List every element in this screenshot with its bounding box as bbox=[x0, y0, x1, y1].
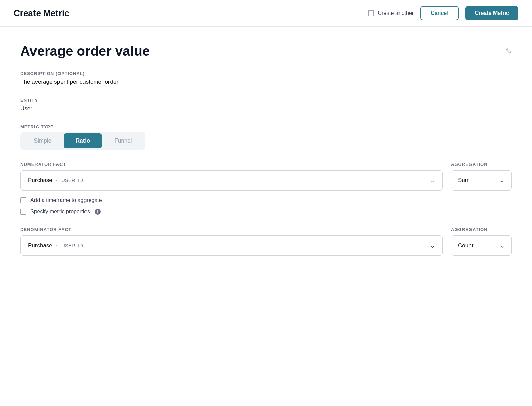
numerator-aggregation-chevron-icon: ⌄ bbox=[500, 177, 505, 184]
metric-type-label: METRIC TYPE bbox=[20, 124, 512, 129]
denominator-fact-value: Purchase bbox=[28, 242, 52, 249]
edit-icon[interactable]: ✎ bbox=[506, 47, 512, 56]
page-header: Create Metric Create another Cancel Crea… bbox=[0, 0, 532, 27]
numerator-fact-label: NUMERATOR FACT bbox=[20, 162, 443, 167]
metric-name: Average order value bbox=[20, 44, 150, 59]
numerator-fact-id: USER_ID bbox=[61, 177, 83, 183]
numerator-aggregation-wrapper: AGGREGATION Sum ⌄ bbox=[451, 162, 512, 191]
add-timeframe-label: Add a timeframe to aggregate bbox=[30, 197, 102, 203]
metric-name-row: Average order value ✎ bbox=[20, 44, 512, 59]
add-timeframe-item: Add a timeframe to aggregate bbox=[20, 197, 512, 203]
toggle-ratio[interactable]: Ratio bbox=[64, 133, 102, 148]
numerator-chevron-icon: ⌄ bbox=[430, 177, 435, 184]
denominator-aggregation-value: Count bbox=[458, 242, 473, 249]
numerator-fact-row: NUMERATOR FACT Purchase · USER_ID ⌄ AGGR… bbox=[20, 162, 512, 191]
denominator-fact-id: USER_ID bbox=[61, 243, 83, 248]
entity-label: ENTITY bbox=[20, 98, 512, 103]
description-label: DESCRIPTION (OPTIONAL) bbox=[20, 71, 512, 76]
toggle-funnel[interactable]: Funnel bbox=[102, 133, 144, 148]
numerator-aggregation-value: Sum bbox=[458, 177, 470, 184]
denominator-fact-wrapper: DENOMINATOR FACT Purchase · USER_ID ⌄ bbox=[20, 227, 443, 256]
denominator-aggregation-chevron-icon: ⌄ bbox=[500, 242, 505, 249]
create-another-label: Create another bbox=[378, 10, 414, 16]
specify-metric-label: Specify metric properties bbox=[30, 209, 90, 215]
info-icon[interactable]: i bbox=[95, 209, 101, 215]
denominator-aggregation-wrapper: AGGREGATION Count ⌄ bbox=[451, 227, 512, 256]
page-title: Create Metric bbox=[14, 8, 69, 19]
entity-value: User bbox=[20, 105, 512, 112]
specify-metric-checkbox[interactable] bbox=[20, 209, 26, 215]
metric-type-section: METRIC TYPE Simple Ratio Funnel bbox=[20, 124, 512, 150]
denominator-fact-label: DENOMINATOR FACT bbox=[20, 227, 443, 232]
toggle-simple[interactable]: Simple bbox=[22, 133, 64, 148]
numerator-fact-wrapper: NUMERATOR FACT Purchase · USER_ID ⌄ bbox=[20, 162, 443, 191]
metric-type-toggle: Simple Ratio Funnel bbox=[20, 132, 145, 150]
create-metric-button[interactable]: Create Metric bbox=[465, 6, 518, 20]
numerator-aggregation-dropdown[interactable]: Sum ⌄ bbox=[451, 170, 512, 191]
numerator-fact-value: Purchase bbox=[28, 177, 52, 183]
checkbox-section: Add a timeframe to aggregate Specify met… bbox=[20, 197, 512, 215]
specify-metric-item: Specify metric properties i bbox=[20, 209, 512, 215]
description-section: DESCRIPTION (OPTIONAL) The average spent… bbox=[20, 71, 512, 85]
numerator-fact-text: Purchase · USER_ID bbox=[28, 177, 83, 184]
denominator-fact-text: Purchase · USER_ID bbox=[28, 242, 83, 249]
numerator-fact-dropdown[interactable]: Purchase · USER_ID ⌄ bbox=[20, 170, 443, 191]
cancel-button[interactable]: Cancel bbox=[420, 6, 458, 20]
create-another-checkbox[interactable] bbox=[368, 10, 374, 16]
description-value: The average spent per customer order bbox=[20, 79, 512, 85]
denominator-fact-dropdown[interactable]: Purchase · USER_ID ⌄ bbox=[20, 235, 443, 256]
denominator-chevron-icon: ⌄ bbox=[430, 242, 435, 249]
create-another-wrapper: Create another bbox=[368, 10, 414, 16]
main-content: Average order value ✎ DESCRIPTION (OPTIO… bbox=[0, 27, 532, 283]
numerator-aggregation-label: AGGREGATION bbox=[451, 162, 512, 167]
denominator-fact-row: DENOMINATOR FACT Purchase · USER_ID ⌄ AG… bbox=[20, 227, 512, 256]
entity-section: ENTITY User bbox=[20, 98, 512, 112]
header-actions: Create another Cancel Create Metric bbox=[368, 6, 518, 20]
add-timeframe-checkbox[interactable] bbox=[20, 197, 26, 203]
denominator-aggregation-dropdown[interactable]: Count ⌄ bbox=[451, 235, 512, 256]
denominator-aggregation-label: AGGREGATION bbox=[451, 227, 512, 232]
